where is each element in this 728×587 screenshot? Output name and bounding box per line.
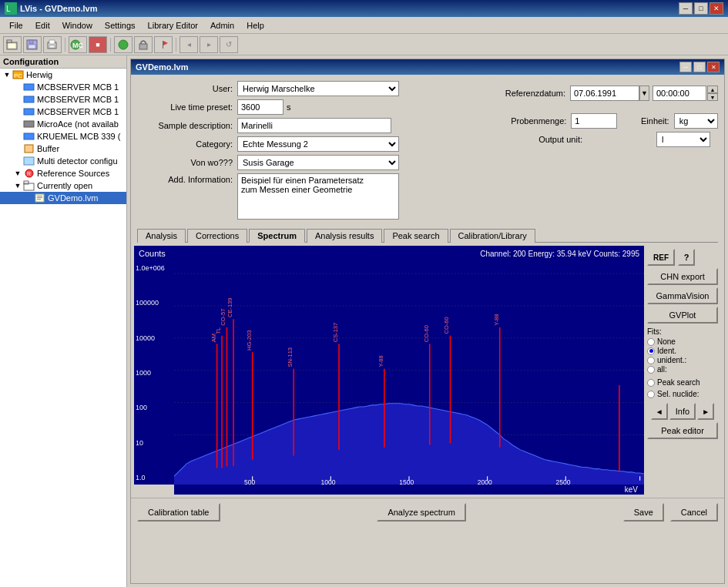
sidebar-item-label-mcb3: MCBSERVER MCB 1 xyxy=(37,107,119,116)
toolbar-print[interactable] xyxy=(43,36,62,53)
sidebar-item-label-mcb2: MCBSERVER MCB 1 xyxy=(37,95,119,104)
toolbar-extra2[interactable]: ▸ xyxy=(200,36,218,53)
sidebar-item-multidet[interactable]: Multi detector configu xyxy=(0,155,126,167)
radio-peak-search[interactable]: Peak search xyxy=(647,378,718,387)
time-spin-up[interactable]: ▲ xyxy=(707,86,718,93)
nav-next-button[interactable]: ► xyxy=(697,403,714,420)
expander-refsrc[interactable]: ▼ xyxy=(12,169,23,177)
svg-text:HG-203: HG-203 xyxy=(246,330,253,351)
radio-none[interactable]: None xyxy=(647,337,718,346)
svg-rect-9 xyxy=(49,40,55,44)
sidebar-item-refsrc[interactable]: ▼ R Reference Sources xyxy=(0,167,126,179)
einheit-select[interactable]: kg xyxy=(674,113,718,129)
cancel-button[interactable]: Cancel xyxy=(670,503,718,522)
toolbar-green[interactable] xyxy=(114,36,133,53)
peak-editor-button[interactable]: Peak editor xyxy=(647,422,718,439)
ref-date-input[interactable]: 07.06.1991 xyxy=(570,86,639,101)
menu-admin[interactable]: Admin xyxy=(204,19,240,32)
buffer-icon xyxy=(23,143,35,154)
dialog-title-text: GVDemo.lvm xyxy=(136,62,188,72)
addinfo-textarea[interactable]: Beispiel für einen Parametersatz zum Mes… xyxy=(237,173,399,220)
toolbar-save[interactable] xyxy=(23,36,42,53)
tab-peak-search[interactable]: Peak search xyxy=(384,229,448,243)
sidebar-item-label-refsrc: Reference Sources xyxy=(37,169,109,178)
sidebar: Configuration ▼ PC Herwig MCBSERVER MCB … xyxy=(0,55,127,587)
menu-file[interactable]: File xyxy=(3,19,29,32)
probenmenge-input[interactable]: 1 xyxy=(571,113,617,129)
yaxis-5: 100 xyxy=(136,404,173,411)
help-button[interactable]: ? xyxy=(678,249,695,266)
user-select[interactable]: Herwig Marschelke xyxy=(237,81,399,96)
sample-input[interactable]: Marinelli xyxy=(237,118,391,133)
category-select[interactable]: Echte Messung 2 xyxy=(237,136,399,152)
gamma-vision-button[interactable]: GammaVision xyxy=(647,287,718,304)
toolbar-stop[interactable]: ■ xyxy=(89,36,107,53)
sidebar-item-label-multidet: Multi detector configu xyxy=(37,156,118,166)
toolbar-flag[interactable] xyxy=(154,36,173,53)
svg-text:Y-88: Y-88 xyxy=(493,314,500,326)
expander-herwig[interactable]: ▼ xyxy=(2,71,12,79)
menu-help[interactable]: Help xyxy=(240,19,270,32)
svg-text:PC: PC xyxy=(14,72,22,79)
menu-settings[interactable]: Settings xyxy=(99,19,142,32)
tab-corrections[interactable]: Corrections xyxy=(187,229,247,243)
time-spin-down[interactable]: ▼ xyxy=(707,93,718,101)
sidebar-item-mcb2[interactable]: MCBSERVER MCB 1 xyxy=(0,93,126,106)
sidebar-item-gvdemo[interactable]: GVDemo.lvm xyxy=(0,192,126,204)
spectrum-header: Counts Channel: 200 Energy: 35.94 keV Co… xyxy=(134,246,644,261)
info-button[interactable]: Info xyxy=(669,403,696,420)
sidebar-item-microace[interactable]: MicroAce (not availab xyxy=(0,118,126,130)
maximize-button[interactable]: □ xyxy=(694,2,708,15)
toolbar-extra3[interactable]: ↺ xyxy=(220,36,238,53)
toolbar-extra1[interactable]: ◂ xyxy=(179,36,198,53)
radio-all-dot xyxy=(647,366,655,374)
svg-rect-15 xyxy=(163,41,163,49)
sidebar-item-buffer[interactable]: Buffer xyxy=(0,143,126,155)
none-label: None xyxy=(657,337,676,346)
date-picker-btn[interactable]: ▼ xyxy=(639,86,649,101)
minimize-button[interactable]: ─ xyxy=(679,2,693,15)
einheit-label: Einheit: xyxy=(636,116,673,126)
sidebar-item-mcb3[interactable]: MCBSERVER MCB 1 xyxy=(0,106,126,118)
tab-spectrum[interactable]: Spectrum xyxy=(249,229,305,243)
tab-analysis[interactable]: Analysis xyxy=(137,229,186,243)
vonwo-select[interactable]: Susis Garage xyxy=(237,155,399,170)
expander-curopen[interactable]: ▼ xyxy=(12,182,23,190)
menu-library-editor[interactable]: Library Editor xyxy=(142,19,204,32)
toolbar-lock[interactable] xyxy=(134,36,153,53)
sidebar-item-herwig[interactable]: ▼ PC Herwig xyxy=(0,69,126,81)
dialog-minimize[interactable]: ─ xyxy=(679,62,692,72)
nav-prev-button[interactable]: ◄ xyxy=(651,403,668,420)
analyze-spectrum-button[interactable]: Analyze spectrum xyxy=(377,503,465,522)
close-button[interactable]: ✕ xyxy=(710,2,723,15)
curopen-icon xyxy=(23,180,35,191)
ref-time-input[interactable]: 00:00:00 xyxy=(653,86,706,101)
svg-rect-21 xyxy=(24,109,34,115)
gvplot-button[interactable]: GVPlot xyxy=(647,307,718,324)
save-button[interactable]: Save xyxy=(623,503,664,522)
ref-button[interactable]: REF xyxy=(647,249,675,266)
radio-all[interactable]: all: xyxy=(647,365,718,374)
toolbar-mca1[interactable]: MC xyxy=(69,36,87,53)
menu-window[interactable]: Window xyxy=(56,19,99,32)
sidebar-item-mcb1[interactable]: MCBSERVER MCB 1 xyxy=(0,81,126,93)
sidebar-item-curopen[interactable]: ▼ Currently open xyxy=(0,179,126,192)
radio-sel-nuclide[interactable]: Sel. nuclide: xyxy=(647,390,718,398)
output-select[interactable]: l xyxy=(656,132,710,147)
dialog-close[interactable]: ✕ xyxy=(707,62,720,72)
livetime-unit: s xyxy=(287,102,291,112)
livetime-input[interactable]: 3600 xyxy=(237,99,283,115)
dialog-maximize[interactable]: □ xyxy=(693,62,706,72)
chn-export-button[interactable]: CHN export xyxy=(647,268,718,285)
svg-text:2000: 2000 xyxy=(478,478,492,485)
sidebar-item-kruemel[interactable]: KRUEMEL MCB 339 ( xyxy=(0,130,126,143)
spectrum-area: Counts Channel: 200 Energy: 35.94 keV Co… xyxy=(134,246,644,495)
toolbar-separator-2 xyxy=(110,38,111,52)
menu-edit[interactable]: Edit xyxy=(29,19,56,32)
tab-calibration-library[interactable]: Calibration/Library xyxy=(450,229,535,243)
tab-analysis-results[interactable]: Analysis results xyxy=(307,229,382,243)
radio-ident[interactable]: Ident. xyxy=(647,347,718,355)
toolbar-open[interactable] xyxy=(3,36,22,53)
radio-unident[interactable]: unident.: xyxy=(647,356,718,364)
calibration-table-button[interactable]: Calibration table xyxy=(137,503,220,522)
